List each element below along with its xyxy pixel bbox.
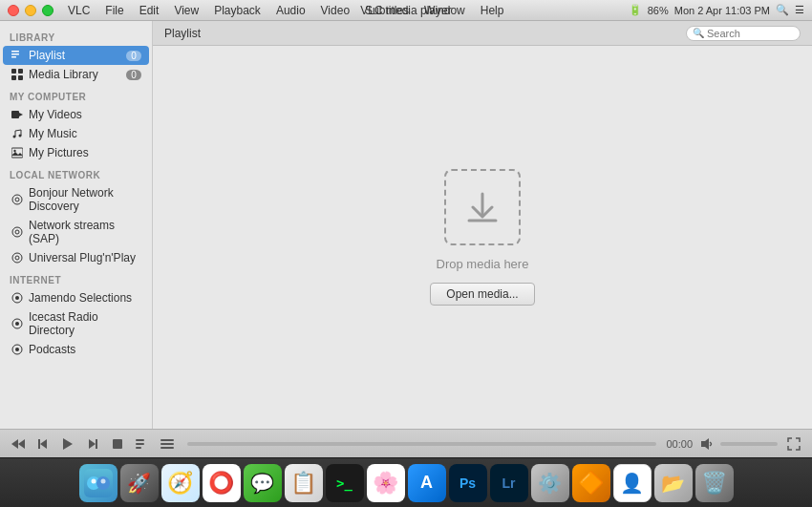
menu-view[interactable]: View xyxy=(167,2,205,19)
my-computer-section-label: MY COMPUTER xyxy=(0,84,152,105)
internet-section-label: INTERNET xyxy=(0,267,152,288)
svg-rect-37 xyxy=(160,439,174,441)
sidebar-item-podcasts[interactable]: Podcasts xyxy=(3,340,149,359)
play-button[interactable] xyxy=(57,433,78,454)
menu-video[interactable]: Video xyxy=(314,2,356,19)
svg-rect-36 xyxy=(136,447,141,449)
maximize-button[interactable] xyxy=(42,5,53,16)
drop-zone[interactable]: Drop media here Open media... xyxy=(153,46,812,429)
my-music-label: My Music xyxy=(29,127,77,140)
volume-bar[interactable] xyxy=(720,442,778,446)
svg-rect-2 xyxy=(11,56,16,58)
dock: 🚀 🧭 ⭕ 💬 📋 >_ 🌸 A Ps Lr ⚙️ 🔶 👤 📂 🗑️ xyxy=(0,457,812,507)
dock-terminal[interactable]: >_ xyxy=(326,464,364,502)
icecast-label: Icecast Radio Directory xyxy=(29,310,141,337)
dock-photos[interactable]: 🌸 xyxy=(367,464,405,502)
dock-chrome[interactable]: ⭕ xyxy=(203,464,241,502)
dock-lightroom[interactable]: Lr xyxy=(490,464,528,502)
menu-help[interactable]: Help xyxy=(474,2,511,19)
svg-marker-8 xyxy=(19,113,23,116)
dock-appstore[interactable]: A xyxy=(408,464,446,502)
svg-rect-39 xyxy=(160,447,174,449)
clock: Mon 2 Apr 11:03 PM xyxy=(674,5,770,16)
svg-marker-26 xyxy=(11,439,18,449)
search-icon[interactable]: 🔍 xyxy=(776,4,789,16)
svg-rect-32 xyxy=(96,439,97,449)
podcasts-label: Podcasts xyxy=(29,343,75,356)
app-window: LIBRARY Playlist 0 xyxy=(0,21,812,457)
stop-button[interactable] xyxy=(107,433,128,454)
next-button[interactable] xyxy=(82,433,103,454)
svg-marker-31 xyxy=(89,439,96,449)
dock-launchpad[interactable]: 🚀 xyxy=(120,464,159,502)
menu-edit[interactable]: Edit xyxy=(133,2,166,19)
upnp-label: Universal Plug'n'Play xyxy=(29,251,136,264)
svg-point-44 xyxy=(91,478,96,483)
svg-point-45 xyxy=(100,478,105,483)
sidebar-item-media-library[interactable]: Media Library 0 xyxy=(3,65,149,84)
svg-rect-35 xyxy=(136,443,144,445)
playlist-badge: 0 xyxy=(126,51,141,61)
sidebar-item-icecast[interactable]: Icecast Radio Directory xyxy=(3,307,149,340)
sidebar-item-network-streams[interactable]: Network streams (SAP) xyxy=(3,216,149,248)
svg-point-21 xyxy=(15,296,19,300)
dock-files[interactable]: 📋 xyxy=(285,464,323,502)
svg-point-14 xyxy=(12,195,22,204)
prev-button[interactable] xyxy=(32,433,53,454)
sidebar-item-my-videos[interactable]: My Videos xyxy=(3,105,149,124)
dock-messages[interactable]: 💬 xyxy=(244,464,282,502)
menu-file[interactable]: File xyxy=(98,2,130,19)
media-library-badge: 0 xyxy=(126,70,141,80)
dock-contacts[interactable]: 👤 xyxy=(613,464,652,502)
menu-playback[interactable]: Playback xyxy=(207,2,267,19)
fullscreen-button[interactable] xyxy=(783,433,804,454)
time-display: 00:00 xyxy=(666,438,693,450)
sidebar-item-bonjour[interactable]: Bonjour Network Discovery xyxy=(3,183,149,216)
volume-control xyxy=(696,433,778,454)
mute-button[interactable] xyxy=(696,433,717,454)
close-button[interactable] xyxy=(8,5,19,16)
my-pictures-label: My Pictures xyxy=(29,146,89,159)
progress-bar[interactable] xyxy=(187,442,656,446)
network-streams-label: Network streams (SAP) xyxy=(29,219,141,245)
sidebar-item-playlist[interactable]: Playlist 0 xyxy=(3,46,149,65)
sidebar-item-my-pictures[interactable]: My Pictures xyxy=(3,143,149,162)
svg-rect-5 xyxy=(11,75,16,80)
sidebar-item-jamendo[interactable]: Jamendo Selections xyxy=(3,288,149,307)
dock-safari[interactable]: 🧭 xyxy=(161,464,200,502)
menu-icon[interactable]: ☰ xyxy=(795,4,804,16)
open-media-button[interactable]: Open media... xyxy=(430,283,534,306)
search-icon: 🔍 xyxy=(693,28,704,38)
my-videos-icon xyxy=(11,108,24,121)
media-library-label: Media Library xyxy=(29,68,98,81)
sidebar-item-upnp[interactable]: Universal Plug'n'Play xyxy=(3,248,149,267)
search-box[interactable]: 🔍 xyxy=(686,26,801,41)
svg-rect-38 xyxy=(160,443,174,445)
controls-bar: 00:00 xyxy=(0,429,812,457)
jamendo-icon xyxy=(11,291,24,305)
jamendo-label: Jamendo Selections xyxy=(29,291,132,305)
battery-icon: 🔋 xyxy=(629,4,642,16)
content-header: Playlist 🔍 xyxy=(153,21,812,46)
menu-vlc[interactable]: VLC xyxy=(61,2,96,19)
dock-finder2[interactable]: 📂 xyxy=(654,464,693,502)
svg-point-18 xyxy=(12,253,22,263)
toggle-playlist-button[interactable] xyxy=(132,433,153,454)
extended-settings-button[interactable] xyxy=(157,433,178,454)
dock-vlc[interactable]: 🔶 xyxy=(572,464,610,502)
sidebar-item-my-music[interactable]: My Music xyxy=(3,124,149,143)
svg-marker-30 xyxy=(63,438,73,450)
sidebar: LIBRARY Playlist 0 xyxy=(0,21,153,429)
dock-system-prefs[interactable]: ⚙️ xyxy=(531,464,569,502)
menu-audio[interactable]: Audio xyxy=(269,2,312,19)
svg-marker-40 xyxy=(701,438,709,450)
svg-point-16 xyxy=(12,227,22,237)
svg-marker-28 xyxy=(40,439,47,449)
dock-photoshop[interactable]: Ps xyxy=(449,464,487,502)
minimize-button[interactable] xyxy=(25,5,36,16)
search-input[interactable] xyxy=(707,28,794,39)
dock-finder[interactable] xyxy=(79,464,118,502)
dock-trash[interactable]: 🗑️ xyxy=(695,464,734,502)
bonjour-label: Bonjour Network Discovery xyxy=(29,186,141,213)
rewind-button[interactable] xyxy=(8,433,29,454)
